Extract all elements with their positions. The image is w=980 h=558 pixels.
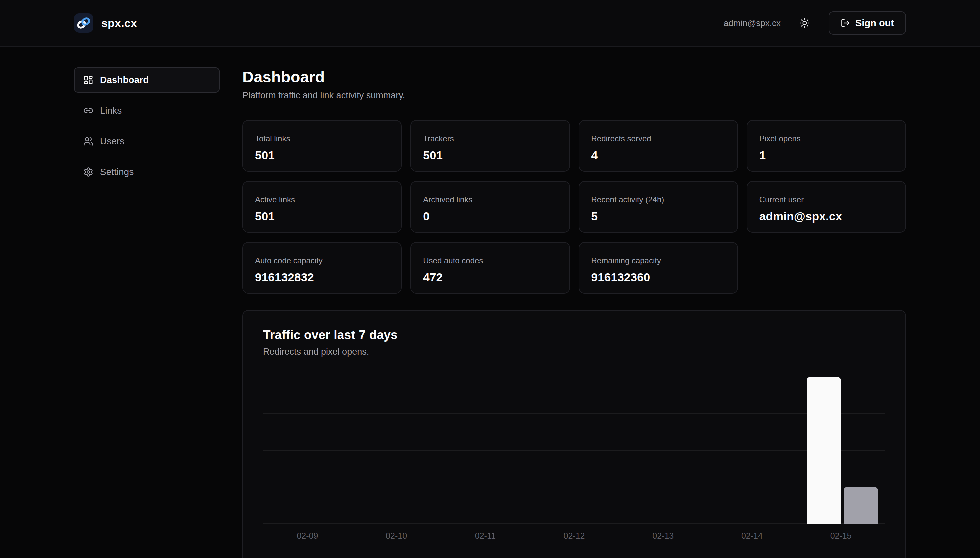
stat-value: 4 [592, 149, 725, 162]
sidebar-item-label: Users [100, 136, 125, 147]
theme-toggle-button[interactable] [797, 16, 812, 30]
header-actions: admin@spx.cx Sign out [724, 11, 906, 34]
stat-value: 5 [592, 210, 725, 223]
stat-label: Active links [255, 195, 389, 204]
gridline-y-1 [263, 487, 885, 487]
stat-card: Active links501 [243, 181, 402, 233]
stat-value: 472 [423, 271, 557, 284]
sun-icon [799, 18, 810, 28]
stat-value: 916132360 [592, 271, 725, 284]
dashboard-icon [84, 75, 93, 85]
stat-label: Auto code capacity [255, 256, 389, 265]
stat-value: 501 [255, 210, 389, 223]
brand-home-link[interactable]: spx.cx [74, 13, 137, 33]
bar-redirects-02-15 [807, 377, 841, 524]
x-tick-label: 02-14 [708, 531, 796, 541]
x-tick-label: 02-13 [619, 531, 708, 541]
stat-value: 0 [423, 210, 557, 223]
stat-label: Redirects served [592, 134, 725, 143]
gridline-y-4 [263, 377, 885, 377]
users-icon [84, 136, 93, 146]
stats-grid: Total links501Trackers501Redirects serve… [243, 120, 906, 294]
x-tick-label: 02-15 [796, 531, 885, 541]
app-header: spx.cx admin@spx.cx Sign out [0, 0, 980, 47]
chart-subtitle: Redirects and pixel opens. [263, 347, 885, 357]
stat-label: Total links [255, 134, 389, 143]
gridline-y-0 [263, 524, 885, 524]
stat-card: Redirects served4 [578, 120, 738, 172]
bar-chart-plot-area [263, 377, 885, 524]
stat-value: 501 [255, 149, 389, 162]
sidebar-nav: DashboardLinksUsersSettings [74, 67, 220, 558]
stat-value: 1 [759, 149, 893, 162]
traffic-chart-card: Traffic over last 7 days Redirects and p… [243, 310, 906, 558]
stat-label: Archived links [423, 195, 557, 204]
sidebar-item-settings[interactable]: Settings [74, 159, 220, 185]
brand-name: spx.cx [102, 16, 137, 30]
page-layout: DashboardLinksUsersSettings Dashboard Pl… [0, 47, 980, 558]
chain-links-icon [74, 13, 93, 33]
sign-out-label: Sign out [855, 18, 894, 29]
stat-label: Current user [759, 195, 893, 204]
stat-card: Recent activity (24h)5 [578, 181, 738, 233]
x-tick-label: 02-10 [352, 531, 441, 541]
x-tick-label: 02-12 [530, 531, 619, 541]
stat-label: Trackers [423, 134, 557, 143]
sidebar-item-users[interactable]: Users [74, 129, 220, 154]
stat-value: admin@spx.cx [759, 210, 893, 223]
stat-card: Auto code capacity916132832 [243, 242, 402, 294]
stat-card: Archived links0 [410, 181, 570, 233]
stat-label: Pixel opens [759, 134, 893, 143]
bar-pixel-opens-02-15 [844, 487, 878, 524]
x-tick-label: 02-11 [441, 531, 530, 541]
user-email: admin@spx.cx [724, 18, 781, 28]
sidebar-item-label: Dashboard [100, 75, 149, 85]
page-subtitle: Platform traffic and link activity summa… [243, 90, 906, 101]
sidebar-item-label: Settings [100, 167, 134, 177]
x-tick-label: 02-09 [263, 531, 352, 541]
gridline-y-3 [263, 414, 885, 414]
stat-card: Pixel opens1 [747, 120, 906, 172]
chart-title: Traffic over last 7 days [263, 328, 885, 342]
sign-out-button[interactable]: Sign out [829, 11, 906, 34]
stat-label: Recent activity (24h) [592, 195, 725, 204]
chart-x-axis-labels: 02-0902-1002-1102-1202-1302-1402-15 [263, 531, 885, 541]
stat-label: Used auto codes [423, 256, 557, 265]
stat-card: Trackers501 [410, 120, 570, 172]
link-icon [84, 106, 93, 116]
main-content: Dashboard Platform traffic and link acti… [243, 67, 906, 558]
sidebar-item-dashboard[interactable]: Dashboard [74, 67, 220, 93]
page-title: Dashboard [243, 67, 906, 87]
log-out-icon [841, 18, 850, 28]
stat-value: 501 [423, 149, 557, 162]
sidebar-item-label: Links [100, 105, 122, 116]
stat-card: Used auto codes472 [410, 242, 570, 294]
brand-logo [74, 13, 93, 33]
stat-card: Remaining capacity916132360 [578, 242, 738, 294]
stat-card: Total links501 [243, 120, 402, 172]
stat-label: Remaining capacity [592, 256, 725, 265]
stat-card: Current useradmin@spx.cx [747, 181, 906, 233]
settings-icon [84, 167, 93, 177]
stat-value: 916132832 [255, 271, 389, 284]
gridline-y-2 [263, 450, 885, 451]
sidebar-item-links[interactable]: Links [74, 98, 220, 123]
